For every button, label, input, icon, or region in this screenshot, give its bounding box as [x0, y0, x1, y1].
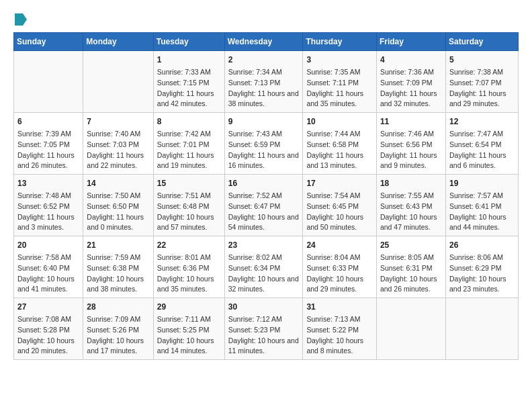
calendar-cell: 14Sunrise: 7:50 AM Sunset: 6:50 PM Dayli…: [83, 175, 153, 236]
cell-content: Sunrise: 7:38 AM Sunset: 7:07 PM Dayligh…: [449, 67, 515, 109]
day-number: 30: [228, 301, 300, 313]
calendar-cell: 24Sunrise: 8:04 AM Sunset: 6:33 PM Dayli…: [303, 236, 377, 298]
cell-content: Sunrise: 8:06 AM Sunset: 6:29 PM Dayligh…: [449, 253, 515, 295]
calendar-cell: 3Sunrise: 7:35 AM Sunset: 7:11 PM Daylig…: [303, 51, 377, 113]
calendar-cell: 28Sunrise: 7:09 AM Sunset: 5:26 PM Dayli…: [83, 298, 153, 360]
day-number: 26: [449, 239, 515, 251]
calendar-cell: 7Sunrise: 7:40 AM Sunset: 7:03 PM Daylig…: [83, 113, 153, 175]
day-number: 23: [228, 239, 300, 251]
calendar-cell: 13Sunrise: 7:48 AM Sunset: 6:52 PM Dayli…: [14, 175, 83, 236]
cell-content: Sunrise: 7:47 AM Sunset: 6:54 PM Dayligh…: [449, 129, 515, 171]
cell-content: Sunrise: 7:11 AM Sunset: 5:25 PM Dayligh…: [157, 314, 221, 357]
cell-content: Sunrise: 7:08 AM Sunset: 5:28 PM Dayligh…: [17, 314, 79, 357]
calendar-cell: 19Sunrise: 7:57 AM Sunset: 6:41 PM Dayli…: [445, 175, 518, 236]
day-header-wednesday: Wednesday: [224, 33, 303, 51]
cell-content: Sunrise: 7:40 AM Sunset: 7:03 PM Dayligh…: [87, 129, 149, 171]
day-number: 28: [87, 301, 149, 313]
calendar-week-row: 20Sunrise: 7:58 AM Sunset: 6:40 PM Dayli…: [14, 236, 519, 298]
calendar-week-row: 1Sunrise: 7:33 AM Sunset: 7:15 PM Daylig…: [14, 51, 519, 113]
calendar-cell: 30Sunrise: 7:12 AM Sunset: 5:23 PM Dayli…: [224, 298, 303, 360]
calendar-cell: [83, 51, 153, 113]
day-header-monday: Monday: [83, 33, 153, 51]
cell-content: Sunrise: 7:43 AM Sunset: 6:59 PM Dayligh…: [228, 129, 300, 171]
calendar-cell: 1Sunrise: 7:33 AM Sunset: 7:15 PM Daylig…: [153, 51, 224, 113]
calendar-cell: 20Sunrise: 7:58 AM Sunset: 6:40 PM Dayli…: [14, 236, 83, 298]
cell-content: Sunrise: 8:04 AM Sunset: 6:33 PM Dayligh…: [306, 253, 373, 295]
day-header-tuesday: Tuesday: [153, 33, 224, 51]
cell-content: Sunrise: 7:34 AM Sunset: 7:13 PM Dayligh…: [228, 67, 300, 109]
cell-content: Sunrise: 7:54 AM Sunset: 6:45 PM Dayligh…: [306, 191, 373, 233]
day-number: 6: [17, 116, 79, 128]
day-number: 12: [449, 116, 515, 128]
day-header-thursday: Thursday: [303, 33, 377, 51]
day-number: 15: [157, 177, 221, 189]
day-number: 21: [87, 239, 149, 251]
day-number: 27: [17, 301, 79, 313]
calendar-cell: 31Sunrise: 7:13 AM Sunset: 5:22 PM Dayli…: [303, 298, 377, 360]
cell-content: Sunrise: 7:09 AM Sunset: 5:26 PM Dayligh…: [87, 314, 149, 357]
day-header-sunday: Sunday: [14, 33, 83, 51]
calendar-week-row: 27Sunrise: 7:08 AM Sunset: 5:28 PM Dayli…: [14, 298, 519, 360]
day-number: 16: [228, 177, 300, 189]
day-number: 22: [157, 239, 221, 251]
calendar-table: SundayMondayTuesdayWednesdayThursdayFrid…: [13, 32, 519, 360]
day-number: 8: [157, 116, 221, 128]
day-number: 14: [87, 177, 149, 189]
calendar-cell: 29Sunrise: 7:11 AM Sunset: 5:25 PM Dayli…: [153, 298, 224, 360]
cell-content: Sunrise: 7:42 AM Sunset: 7:01 PM Dayligh…: [157, 129, 221, 171]
calendar-cell: 21Sunrise: 7:59 AM Sunset: 6:38 PM Dayli…: [83, 236, 153, 298]
day-number: 7: [87, 116, 149, 128]
day-number: 25: [380, 239, 442, 251]
cell-content: Sunrise: 7:39 AM Sunset: 7:05 PM Dayligh…: [17, 129, 79, 171]
day-number: 18: [380, 177, 442, 189]
calendar-header-row: SundayMondayTuesdayWednesdayThursdayFrid…: [14, 33, 519, 51]
calendar-cell: [445, 298, 518, 360]
cell-content: Sunrise: 7:58 AM Sunset: 6:40 PM Dayligh…: [17, 253, 79, 295]
calendar-cell: 6Sunrise: 7:39 AM Sunset: 7:05 PM Daylig…: [14, 113, 83, 175]
calendar-cell: 4Sunrise: 7:36 AM Sunset: 7:09 PM Daylig…: [376, 51, 445, 113]
calendar-week-row: 13Sunrise: 7:48 AM Sunset: 6:52 PM Dayli…: [14, 175, 519, 236]
cell-content: Sunrise: 7:51 AM Sunset: 6:48 PM Dayligh…: [157, 191, 221, 233]
cell-content: Sunrise: 7:50 AM Sunset: 6:50 PM Dayligh…: [87, 191, 149, 233]
cell-content: Sunrise: 7:12 AM Sunset: 5:23 PM Dayligh…: [228, 314, 300, 357]
day-number: 17: [306, 177, 373, 189]
cell-content: Sunrise: 7:55 AM Sunset: 6:43 PM Dayligh…: [380, 191, 442, 233]
day-number: 9: [228, 116, 300, 128]
day-number: 20: [17, 239, 79, 251]
calendar-cell: 5Sunrise: 7:38 AM Sunset: 7:07 PM Daylig…: [445, 51, 518, 113]
calendar-cell: 23Sunrise: 8:02 AM Sunset: 6:34 PM Dayli…: [224, 236, 303, 298]
calendar-cell: 8Sunrise: 7:42 AM Sunset: 7:01 PM Daylig…: [153, 113, 224, 175]
day-number: 5: [449, 54, 515, 66]
calendar-cell: 22Sunrise: 8:01 AM Sunset: 6:36 PM Dayli…: [153, 236, 224, 298]
calendar-week-row: 6Sunrise: 7:39 AM Sunset: 7:05 PM Daylig…: [14, 113, 519, 175]
day-number: 13: [17, 177, 79, 189]
page-header: [13, 13, 519, 26]
cell-content: Sunrise: 7:52 AM Sunset: 6:47 PM Dayligh…: [228, 191, 300, 233]
day-number: 4: [380, 54, 442, 66]
calendar-cell: 27Sunrise: 7:08 AM Sunset: 5:28 PM Dayli…: [14, 298, 83, 360]
calendar-cell: 11Sunrise: 7:46 AM Sunset: 6:56 PM Dayli…: [376, 113, 445, 175]
calendar-cell: 9Sunrise: 7:43 AM Sunset: 6:59 PM Daylig…: [224, 113, 303, 175]
cell-content: Sunrise: 7:33 AM Sunset: 7:15 PM Dayligh…: [157, 67, 221, 109]
cell-content: Sunrise: 7:35 AM Sunset: 7:11 PM Dayligh…: [306, 67, 373, 109]
day-number: 1: [157, 54, 221, 66]
calendar-cell: 10Sunrise: 7:44 AM Sunset: 6:58 PM Dayli…: [303, 113, 377, 175]
calendar-cell: 2Sunrise: 7:34 AM Sunset: 7:13 PM Daylig…: [224, 51, 303, 113]
cell-content: Sunrise: 7:59 AM Sunset: 6:38 PM Dayligh…: [87, 253, 149, 295]
cell-content: Sunrise: 7:57 AM Sunset: 6:41 PM Dayligh…: [449, 191, 515, 233]
svg-marker-0: [15, 13, 27, 26]
day-number: 29: [157, 301, 221, 313]
cell-content: Sunrise: 7:13 AM Sunset: 5:22 PM Dayligh…: [306, 314, 373, 357]
day-number: 19: [449, 177, 515, 189]
cell-content: Sunrise: 8:01 AM Sunset: 6:36 PM Dayligh…: [157, 253, 221, 295]
calendar-cell: 26Sunrise: 8:06 AM Sunset: 6:29 PM Dayli…: [445, 236, 518, 298]
calendar-cell: 17Sunrise: 7:54 AM Sunset: 6:45 PM Dayli…: [303, 175, 377, 236]
cell-content: Sunrise: 7:48 AM Sunset: 6:52 PM Dayligh…: [17, 191, 79, 233]
cell-content: Sunrise: 8:02 AM Sunset: 6:34 PM Dayligh…: [228, 253, 300, 295]
day-header-saturday: Saturday: [445, 33, 518, 51]
logo: [13, 13, 27, 26]
calendar-cell: [376, 298, 445, 360]
day-number: 3: [306, 54, 373, 66]
day-header-friday: Friday: [376, 33, 445, 51]
cell-content: Sunrise: 7:44 AM Sunset: 6:58 PM Dayligh…: [306, 129, 373, 171]
